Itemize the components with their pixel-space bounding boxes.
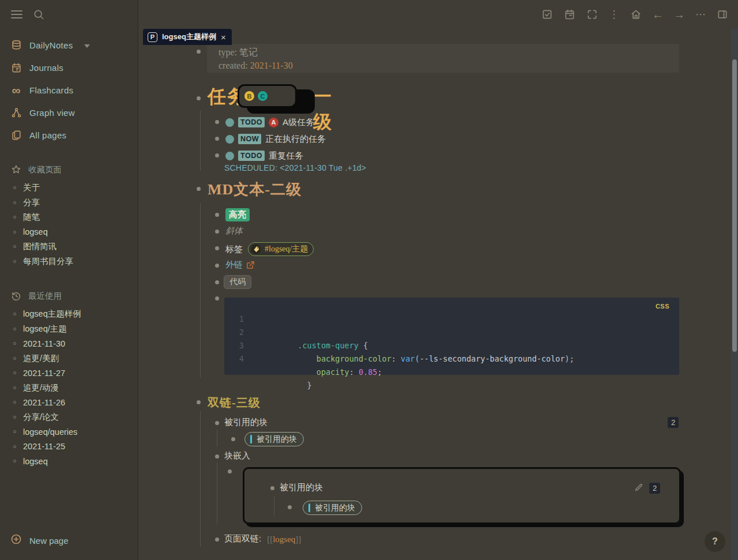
sidebar-item-graph-view[interactable]: Graph view: [0, 102, 138, 124]
block-bullet[interactable]: [215, 213, 219, 217]
close-icon[interactable]: ×: [221, 33, 226, 42]
recent-header[interactable]: 最近使用: [0, 288, 138, 303]
block-bullet[interactable]: [231, 437, 235, 441]
block-guide-line: [274, 497, 274, 516]
sidebar-recent-item[interactable]: 追更/美剧: [0, 351, 138, 366]
block-bullet[interactable]: [215, 120, 219, 124]
sidebar-recent-item[interactable]: 2021-11-25: [0, 439, 138, 454]
chevron-down-icon[interactable]: [84, 44, 90, 48]
block-bullet[interactable]: [288, 505, 292, 509]
reference-count-badge[interactable]: 2: [668, 417, 679, 428]
hamburger-menu-icon[interactable]: [10, 8, 23, 21]
sidebar-item-journals[interactable]: Journals: [0, 57, 138, 79]
todo-block[interactable]: TODO 重复任务: [225, 149, 303, 162]
plus-circle-icon: [10, 533, 22, 547]
page-link[interactable]: logseq: [273, 535, 295, 544]
block-bullet[interactable]: [197, 50, 201, 54]
sidebar-favorite-item[interactable]: 关于: [0, 181, 138, 196]
priority-a-badge[interactable]: A: [269, 118, 278, 127]
todo-checkbox-icon[interactable]: [225, 118, 234, 127]
sidebar-recent-item[interactable]: logseq/主题: [0, 322, 138, 337]
new-page-button[interactable]: New page: [0, 529, 69, 552]
sidebar-recent-item[interactable]: logseq主题样例: [0, 307, 138, 322]
sidebar-recent-item[interactable]: 分享/论文: [0, 410, 138, 425]
page-tab[interactable]: P logseq主题样例 ×: [143, 29, 232, 45]
sidebar-recent-item[interactable]: logseq/queries: [0, 424, 138, 439]
sidebar-favorite-item[interactable]: 每周书目分享: [0, 254, 138, 269]
sidebar-item-dailynotes[interactable]: DailyNotes: [0, 34, 138, 57]
favorite-item-label: 随笔: [23, 212, 40, 223]
priority-popup[interactable]: B C: [238, 84, 297, 108]
recent-item-label: 追更/美剧: [23, 353, 59, 364]
block-bullet[interactable]: [197, 96, 201, 100]
sidebar-recent-item[interactable]: 2021-11-27: [0, 366, 138, 381]
sidebar-recent-item[interactable]: 追更/动漫: [0, 381, 138, 396]
todo-marker[interactable]: TODO: [238, 151, 265, 161]
sidebar-item-all-pages[interactable]: All pages: [0, 124, 138, 146]
recent-title: 最近使用: [28, 291, 62, 302]
sidebar-favorite-item[interactable]: logseq: [0, 225, 138, 240]
now-marker[interactable]: NOW: [238, 134, 261, 144]
sidebar-recent-item[interactable]: logseq: [0, 454, 138, 469]
sidebar-recent-item[interactable]: 2021-11-30: [0, 336, 138, 351]
page-link-wrap[interactable]: [[logseq]]: [267, 534, 301, 544]
scrollbar-thumb[interactable]: [732, 59, 737, 352]
code-block[interactable]: CSS 1 .custom-query { 2 background-color…: [224, 298, 679, 375]
search-icon[interactable]: [32, 8, 45, 21]
pages-icon: [10, 130, 22, 141]
page-tag[interactable]: #logseq/主题: [248, 242, 314, 256]
block-reference-pill[interactable]: 被引用的块: [244, 432, 304, 446]
block-bullet[interactable]: [215, 421, 219, 425]
property-value[interactable]: 2021-11-30: [250, 61, 293, 70]
todo-checkbox-icon[interactable]: [225, 152, 234, 160]
todo-block[interactable]: TODO A A级任务: [225, 116, 314, 129]
highlight-text: 高亮: [225, 208, 250, 221]
sidebar-favorite-item[interactable]: 图情简讯: [0, 239, 138, 254]
recent-item-label: logseq/主题: [23, 324, 67, 335]
sidebar-recent-item[interactable]: 2021-11-26: [0, 395, 138, 410]
code-token: (: [415, 354, 420, 363]
edit-pencil-icon[interactable]: [634, 483, 643, 494]
recent-item-label: logseq主题样例: [23, 309, 81, 320]
block-bullet[interactable]: [197, 187, 201, 191]
todo-block[interactable]: NOW 正在执行的任务: [225, 133, 326, 145]
help-button[interactable]: ?: [705, 531, 725, 552]
bullet-ring-icon: [13, 460, 16, 463]
reference-count-badge[interactable]: 2: [649, 483, 660, 494]
block-bullet[interactable]: [215, 137, 219, 141]
sidebar-favorite-item[interactable]: 分享: [0, 196, 138, 211]
code-lines: 1 .custom-query { 2 background-color: va…: [224, 313, 679, 366]
external-link-text[interactable]: 外链: [225, 260, 243, 270]
priority-c-badge[interactable]: C: [258, 91, 268, 101]
favorite-item-label: 分享: [23, 197, 40, 208]
block-bullet[interactable]: [215, 296, 219, 300]
todo-checkbox-icon[interactable]: [225, 135, 234, 144]
block-bullet[interactable]: [215, 454, 219, 458]
block-bullet[interactable]: [215, 264, 219, 268]
page-properties-block[interactable]: type: 笔记 created: 2021-11-30: [207, 44, 679, 73]
block-bullet[interactable]: [215, 153, 219, 157]
favorite-item-label: 每周书目分享: [23, 256, 73, 267]
history-clock-icon: [10, 290, 22, 302]
scheduled-timestamp: SCHEDULED: <2021-11-30 Tue .+1d>: [224, 163, 366, 172]
todo-marker[interactable]: TODO: [238, 117, 265, 127]
recent-list: logseq主题样例 logseq/主题 2021-11-30 追更/美剧: [0, 307, 138, 469]
priority-b-badge[interactable]: B: [244, 91, 254, 101]
sidebar-item-label: Journals: [29, 63, 63, 73]
sidebar-favorite-item[interactable]: 随笔: [0, 210, 138, 225]
block-bullet[interactable]: [197, 400, 201, 404]
sidebar-item-flashcards[interactable]: ∞ Flashcards: [0, 79, 138, 102]
block-bullet[interactable]: [215, 280, 219, 284]
block-bullet[interactable]: [228, 469, 232, 473]
block-bullet[interactable]: [215, 230, 219, 234]
vertical-scrollbar[interactable]: [731, 29, 738, 560]
block-bullet[interactable]: [270, 486, 274, 490]
external-link-icon: [246, 261, 255, 269]
block-bullet[interactable]: [215, 246, 219, 250]
block-bullet[interactable]: [215, 538, 219, 542]
block-reference-pill[interactable]: 被引用的块: [303, 501, 362, 515]
bullet-ring-icon: [13, 416, 16, 419]
todo-text: 正在执行的任务: [265, 134, 326, 145]
embedded-block[interactable]: 被引用的块 2 被引用的块: [243, 467, 681, 524]
favorites-header[interactable]: 收藏页面: [0, 162, 138, 177]
